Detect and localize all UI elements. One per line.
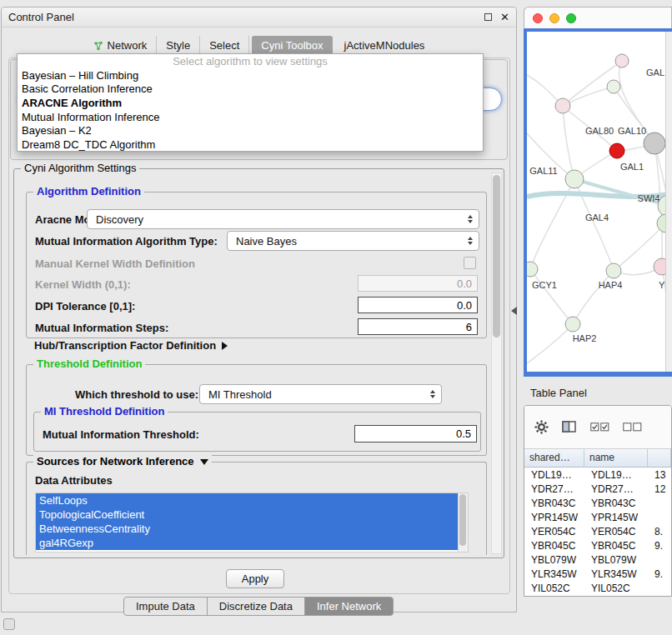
cell: YBL079W — [584, 554, 648, 566]
cell: YBR043C — [584, 498, 648, 509]
gear-icon[interactable] — [534, 420, 549, 434]
table-row[interactable]: YLR345WYLR345W9. — [524, 567, 671, 581]
node-selected-red[interactable] — [609, 143, 624, 158]
network-canvas[interactable]: GAL GAL80 GAL10 GAL11 GAL1 SWI4 GAL4 GCY… — [527, 32, 672, 372]
table-row[interactable]: YBR045CYBR045C9. — [524, 538, 671, 552]
attribute-list-scrollbar-thumb[interactable] — [459, 494, 466, 546]
node[interactable] — [607, 80, 620, 93]
node[interactable] — [615, 54, 629, 68]
node-hap4[interactable] — [606, 263, 621, 278]
cell: YDR27… — [524, 483, 584, 495]
node-label: GAL — [646, 68, 664, 78]
settings-scrollbar-thumb[interactable] — [493, 175, 500, 338]
hub-definition-toggle[interactable]: Hub/Transcription Factor Definition — [34, 339, 228, 352]
column-header-name[interactable]: name — [584, 449, 648, 467]
float-window-icon[interactable] — [484, 13, 492, 21]
dropdown-item-selected[interactable]: ARACNE Algorithm — [18, 96, 483, 110]
tab-cyni-toolbox[interactable]: Cyni Toolbox — [252, 36, 332, 55]
mi-type-combo[interactable]: Naive Bayes — [227, 231, 479, 251]
kernel-width-input[interactable] — [358, 275, 478, 292]
algorithm-dropdown-popup: Select algorithm to view settings Bayesi… — [17, 53, 484, 152]
tab-impute-data[interactable]: Impute Data — [123, 597, 208, 616]
desktop: Control Panel ✕ Network Style Select Cyn… — [0, 0, 672, 635]
combo-value: MI Threshold — [208, 388, 272, 401]
expanded-arrow-icon — [200, 459, 208, 465]
cell: YLR345W — [584, 568, 648, 580]
minimize-traffic-light[interactable] — [549, 13, 559, 23]
splitter-collapse-arrow[interactable] — [511, 307, 517, 315]
table-row[interactable]: YBL079WYBL079W — [524, 552, 671, 567]
cyni-algorithm-settings-group: Cyni Algorithm Settings Algorithm Defini… — [13, 168, 504, 558]
group-title: MI Threshold Definition — [41, 405, 168, 418]
window-title: Control Panel — [8, 11, 74, 23]
dropdown-item[interactable]: Basic Correlation Inference — [18, 82, 483, 96]
attribute-list-scrollbar[interactable] — [458, 493, 468, 552]
settings-scrollbar[interactable] — [491, 172, 502, 554]
tab-label: Select — [209, 39, 239, 52]
node-hap2[interactable] — [565, 317, 580, 332]
network-scrollbar[interactable] — [665, 32, 672, 372]
node-label: GAL80 — [585, 126, 614, 136]
dropdown-item[interactable]: Bayesian – K2 — [18, 123, 483, 138]
table-panel-window: shared… name YDL19…YDL19…13 YDR27…YDR27…… — [524, 405, 672, 597]
tab-select[interactable]: Select — [200, 36, 249, 55]
apply-button[interactable]: Apply — [226, 569, 284, 588]
node-gcy1[interactable] — [527, 262, 538, 277]
hub-definition-label: Hub/Transcription Factor Definition — [34, 339, 216, 352]
table-body: YDL19…YDL19…13 YDR27…YDR27…12 YBR043CYBR… — [524, 468, 671, 595]
table-row[interactable]: YPR145WYPR145W — [524, 510, 671, 524]
table-row[interactable]: YIL052CYIL052C — [524, 581, 671, 595]
dropdown-item[interactable]: Bayesian – Hill Climbing — [18, 68, 483, 82]
mi-type-label: Mutual Information Algorithm Type: — [35, 235, 218, 248]
tab-style[interactable]: Style — [157, 36, 200, 55]
column-header-extra[interactable] — [648, 449, 671, 467]
attribute-item-selected[interactable]: TopologicalCoefficient — [36, 508, 458, 522]
node[interactable] — [555, 98, 570, 113]
select-all-checks-icon[interactable] — [590, 422, 609, 432]
collapsed-panel-handle[interactable] — [3, 618, 15, 630]
tab-discretize-data[interactable]: Discretize Data — [207, 597, 305, 616]
dpi-tolerance-input[interactable] — [358, 297, 478, 313]
tab-network[interactable]: Network — [84, 36, 158, 55]
mi-threshold-input[interactable] — [354, 425, 477, 442]
node-gal11[interactable] — [565, 170, 584, 188]
table-row[interactable]: YDR27…YDR27…12 — [524, 482, 671, 496]
tab-infer-network[interactable]: Infer Network — [304, 597, 394, 616]
manual-kernel-checkbox[interactable] — [464, 257, 476, 269]
aracne-mode-combo[interactable]: Discovery — [87, 209, 479, 229]
deselect-all-icon[interactable] — [623, 422, 642, 432]
tab-label: Network — [108, 39, 148, 52]
node-label: SWI4 — [638, 193, 660, 203]
combo-value: Discovery — [96, 213, 143, 226]
close-icon[interactable]: ✕ — [500, 12, 509, 22]
attribute-item-selected[interactable]: SelfLoops — [36, 493, 458, 508]
show-columns-icon[interactable] — [562, 421, 577, 433]
mi-threshold-definition-group: MI Threshold Definition Mutual Informati… — [33, 412, 481, 452]
tab-label: Style — [166, 39, 190, 52]
table-row[interactable]: YER054CYER054C8. — [524, 524, 671, 538]
mi-steps-label: Mutual Information Steps: — [35, 322, 168, 334]
node-labels: GAL GAL80 GAL10 GAL11 GAL1 SWI4 GAL4 GCY… — [529, 68, 665, 343]
cell: YIL052C — [584, 582, 648, 594]
cell: YER054C — [524, 526, 584, 538]
tab-jactivemnodules[interactable]: jActiveMNodules — [335, 36, 434, 55]
collapsed-arrow-icon — [222, 342, 228, 350]
mi-steps-input[interactable] — [358, 318, 478, 335]
node-gal10[interactable] — [644, 132, 665, 154]
attribute-item-selected[interactable]: gal4RGexp — [36, 536, 458, 550]
sources-toggle[interactable]: Sources for Network Inference — [33, 455, 212, 468]
group-title: Cyni Algorithm Settings — [21, 162, 139, 174]
table-row[interactable]: YDL19…YDL19…13 — [524, 468, 671, 482]
zoom-traffic-light[interactable] — [566, 13, 576, 23]
tab-label: jActiveMNodules — [344, 39, 425, 52]
table-row[interactable]: YBR043CYBR043C — [524, 496, 671, 510]
close-traffic-light[interactable] — [533, 13, 543, 23]
attribute-item-selected[interactable]: BetweennessCentrality — [36, 522, 458, 536]
dropdown-item[interactable]: Dream8 DC_TDC Algorithm — [18, 138, 483, 152]
cell: 8. — [648, 526, 671, 538]
column-header-shared-name[interactable]: shared… — [524, 449, 584, 467]
node-label: Y — [659, 280, 665, 290]
which-threshold-combo[interactable]: MI Threshold — [199, 384, 442, 404]
network-graph: GAL GAL80 GAL10 GAL11 GAL1 SWI4 GAL4 GCY… — [527, 32, 672, 372]
dropdown-item[interactable]: Mutual Information Inference — [18, 110, 483, 124]
